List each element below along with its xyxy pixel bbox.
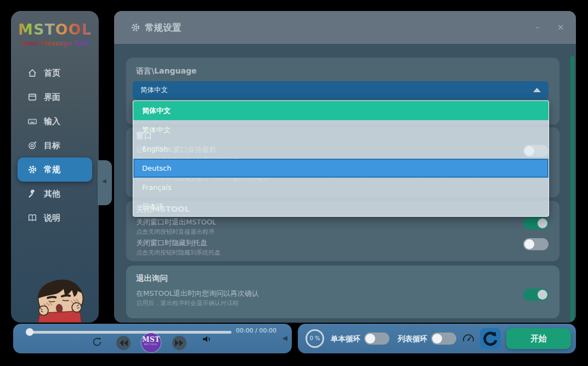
start-button[interactable]: 开始: [506, 328, 571, 349]
gear-icon: [131, 22, 140, 32]
wrench-icon: [27, 189, 37, 199]
scrollbar[interactable]: [570, 56, 574, 322]
sidebar-item-home[interactable]: 首页: [18, 61, 92, 85]
mst-logo[interactable]: MST MSTOOL: [142, 333, 161, 352]
collapse-left-icon: ◀: [102, 178, 106, 184]
volume-icon[interactable]: [202, 335, 212, 346]
dropdown-option[interactable]: Français: [133, 178, 549, 197]
home-icon: [27, 68, 37, 78]
sidebar-item-label: 界面: [44, 92, 60, 103]
app-logo-subtitle: Send Message Tool: [11, 40, 99, 47]
mst-logo-text: MST: [142, 336, 161, 343]
exit-confirm-card: 退出询问 在MSTOOL退出时向您询问以再次确认 启用后，退出程序时会显示确认对…: [126, 266, 559, 318]
repeat-icon[interactable]: [91, 336, 103, 350]
dropdown-option[interactable]: English: [133, 139, 549, 159]
sidebar-nav: 首页 界面 输入 目标 常规: [11, 61, 99, 230]
list-loop-toggle[interactable]: [431, 333, 456, 345]
language-dropdown: 简体中文繁体中文EnglishDeutschFrançais日本語: [133, 100, 549, 217]
setting-title: 关闭窗口时隐藏到托盘: [136, 238, 207, 248]
sidebar-item-label: 目标: [44, 140, 60, 151]
control-bar: 0 % 单本循环 列表循环 开始: [298, 324, 576, 353]
progress-slider[interactable]: [27, 331, 231, 334]
sidebar-collapse-handle[interactable]: ◀: [98, 160, 112, 205]
single-loop-label: 单本循环: [331, 334, 360, 344]
sidebar-item-label: 其他: [44, 189, 60, 199]
sidebar-item-input[interactable]: 输入: [18, 109, 92, 133]
toggle-knob: [524, 239, 534, 249]
dropdown-option[interactable]: 日本語: [133, 197, 549, 216]
page-title: 常规设置: [145, 22, 181, 34]
sidebar-item-general[interactable]: 常规: [18, 157, 92, 182]
sidebar-item-label: 说明: [44, 213, 60, 223]
list-loop-label: 列表循环: [398, 334, 427, 344]
book-icon: [27, 213, 37, 223]
refresh-button[interactable]: [480, 328, 501, 349]
gear-icon: [27, 165, 37, 174]
section-title: 退出询问: [136, 273, 168, 284]
toggle-exit-on-close[interactable]: [523, 217, 549, 229]
toggle-knob: [432, 334, 442, 344]
slider-thumb[interactable]: [26, 328, 33, 336]
sidebar: MSTOOL Send Message Tool 首页 界面 输入: [11, 11, 99, 323]
progress-ring: 0 %: [306, 329, 324, 348]
setting-description: 启用后，退出程序时会显示确认对话框: [136, 299, 239, 307]
toggle-hide-to-tray[interactable]: [523, 238, 549, 250]
time-display: 00:00 / 00:00: [236, 327, 276, 334]
mascot-shinchan-image: [25, 270, 97, 323]
collapse-left-icon[interactable]: ◀: [282, 334, 287, 342]
rewind-button[interactable]: [116, 336, 131, 350]
speed-gauge-icon[interactable]: [462, 333, 475, 347]
language-label: 语言\Language: [136, 66, 196, 76]
settings-header[interactable]: 常规设置 – ✕: [114, 11, 576, 44]
close-button[interactable]: ✕: [553, 20, 568, 35]
keyboard-icon: [27, 116, 37, 126]
sidebar-item-target[interactable]: 目标: [18, 133, 92, 157]
player-bar: 00:00 / 00:00 MST MSTOOL ◀: [13, 324, 292, 353]
setting-description: 点击关闭按钮时直接退出程序: [136, 228, 214, 236]
dropdown-option[interactable]: 繁体中文: [133, 120, 549, 139]
toggle-exit-confirm[interactable]: [523, 289, 549, 301]
single-loop-toggle[interactable]: [364, 333, 389, 345]
window-icon: [27, 92, 37, 102]
sidebar-item-help[interactable]: 说明: [18, 206, 92, 230]
app-window: MSTOOL Send Message Tool 首页 界面 输入: [0, 0, 588, 366]
toggle-knob: [365, 334, 375, 344]
sidebar-item-interface[interactable]: 界面: [18, 85, 92, 109]
sidebar-item-label: 常规: [44, 165, 60, 175]
language-select-value: 简体中文: [140, 86, 168, 95]
setting-title: 在MSTOOL退出时向您询问以再次确认: [136, 289, 259, 299]
sidebar-item-label: 首页: [44, 68, 60, 78]
sidebar-item-other[interactable]: 其他: [18, 182, 92, 206]
setting-description: 点击关闭按钮时隐藏到系统托盘: [136, 249, 220, 257]
language-select[interactable]: 简体中文: [133, 81, 549, 99]
app-logo: MSTOOL: [11, 21, 99, 38]
minimize-button[interactable]: –: [530, 20, 545, 35]
mst-logo-subtext: MSTOOL: [142, 343, 161, 346]
toggle-knob: [538, 218, 547, 228]
fast-forward-button[interactable]: [172, 336, 186, 350]
toggle-knob: [538, 290, 547, 300]
sidebar-item-label: 输入: [44, 116, 60, 127]
setting-title: 关闭窗口时退出MSTOOL: [136, 217, 216, 227]
target-icon: [27, 140, 37, 150]
chevron-up-icon: [533, 88, 541, 92]
dropdown-option[interactable]: 简体中文: [133, 101, 549, 120]
dropdown-option[interactable]: Deutsch: [133, 159, 549, 178]
